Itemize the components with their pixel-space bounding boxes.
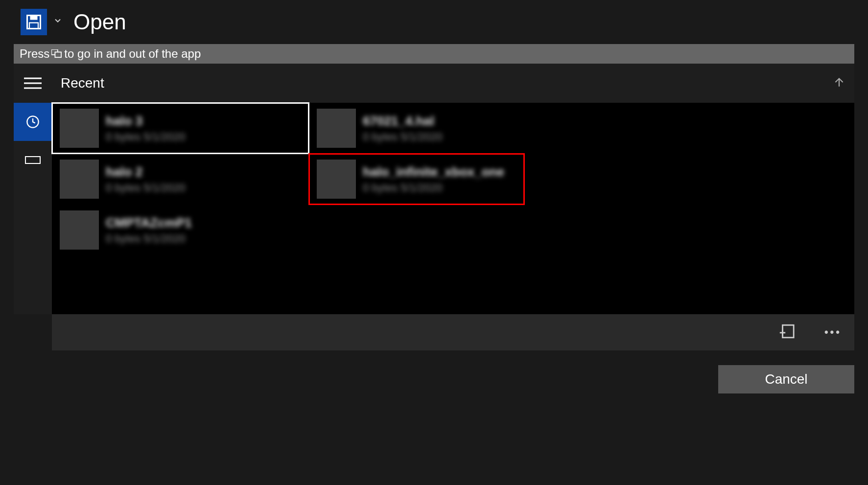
sidebar-item-keyboard[interactable] — [14, 141, 52, 179]
file-name: halo 3 — [106, 114, 186, 129]
cancel-label: Cancel — [765, 371, 807, 387]
sidebar — [14, 64, 52, 314]
file-name: CMPTAZcmP1 — [106, 215, 192, 231]
file-meta: 0 bytes 5/1/2020 — [106, 232, 192, 245]
hint-bar: Press to go in and out of the app — [14, 44, 854, 64]
content-area: Recent halo 3 0 bytes 5/1/2020 67021_4 — [14, 64, 854, 314]
up-arrow-button[interactable] — [833, 76, 845, 91]
file-meta: 0 bytes 5/1/2020 — [106, 131, 186, 143]
new-folder-icon[interactable] — [778, 323, 795, 342]
more-options-button[interactable]: ••• — [824, 326, 842, 339]
file-item[interactable]: halo_infinite_xbox_one 0 bytes 5/1/2020 — [308, 153, 525, 205]
file-item[interactable]: 67021_4.hal 0 bytes 5/1/2020 — [308, 102, 525, 154]
svg-rect-2 — [29, 23, 38, 29]
panel-title: Recent — [61, 75, 833, 91]
file-name: halo_infinite_xbox_one — [363, 164, 504, 180]
file-thumbnail — [60, 210, 99, 250]
page-title: Open — [73, 10, 126, 34]
file-item[interactable]: halo 2 0 bytes 5/1/2020 — [51, 153, 309, 205]
svg-rect-4 — [55, 52, 62, 57]
svg-rect-1 — [30, 16, 38, 20]
main-panel: Recent halo 3 0 bytes 5/1/2020 67021_4 — [52, 64, 854, 314]
svg-rect-10 — [782, 325, 794, 338]
hint-suffix: to go in and out of the app — [64, 47, 201, 61]
windows-icon — [51, 49, 62, 58]
keyboard-icon — [25, 156, 41, 164]
title-bar: Open — [14, 0, 854, 44]
file-meta: 0 bytes 5/1/2020 — [106, 182, 186, 194]
panel-header: Recent — [52, 64, 854, 103]
hamburger-menu-button[interactable] — [14, 64, 52, 103]
sidebar-item-recent[interactable] — [14, 103, 52, 141]
file-thumbnail — [317, 109, 356, 148]
file-thumbnail — [317, 160, 356, 199]
bottom-bar: ••• — [52, 314, 854, 350]
file-meta: 0 bytes 5/1/2020 — [363, 182, 504, 194]
svg-rect-9 — [25, 157, 40, 163]
hint-prefix: Press — [20, 47, 49, 61]
file-thumbnail — [60, 160, 99, 199]
file-name: 67021_4.hal — [363, 114, 443, 129]
clock-icon — [26, 115, 40, 129]
app-save-icon — [21, 9, 47, 35]
cancel-button[interactable]: Cancel — [718, 365, 854, 393]
file-item[interactable]: CMPTAZcmP1 0 bytes 5/1/2020 — [51, 204, 309, 256]
file-meta: 0 bytes 5/1/2020 — [363, 131, 443, 143]
file-grid: halo 3 0 bytes 5/1/2020 67021_4.hal 0 by… — [52, 103, 854, 255]
file-name: halo 2 — [106, 164, 186, 180]
chevron-down-icon[interactable] — [53, 16, 63, 28]
file-thumbnail — [60, 109, 99, 148]
file-item[interactable]: halo 3 0 bytes 5/1/2020 — [51, 102, 309, 154]
